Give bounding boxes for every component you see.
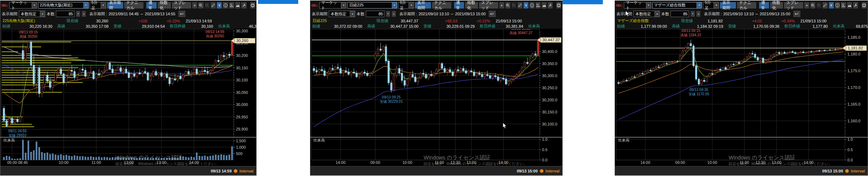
chevron-down-icon: ▾ [40,11,45,17]
pencil-icon[interactable] [517,2,522,9]
timeframe-dropdown[interactable]: 5分足 ▾ [703,2,719,9]
svg-text:10:00: 10:00 [59,160,69,165]
link-icon[interactable]: 1 [1,3,8,7]
zoom-in-icon[interactable] [810,2,815,9]
market-dropdown[interactable]: マーケット ▾ [9,2,37,9]
reload-icon[interactable]: ↩ [793,11,800,17]
pencil-icon[interactable] [822,2,827,9]
svg-text:09/13 09:35: 09/13 09:35 [689,88,708,92]
prev-close-label: 前日終値 [170,23,190,29]
reload-icon[interactable]: ↩ [178,11,185,17]
prev-close-value: 1,177.80 [805,24,828,28]
print-icon[interactable] [862,2,867,9]
bar-count-input[interactable]: 85 [366,11,384,17]
bar-count-input[interactable]: 85 [670,11,689,17]
svg-text:30,000: 30,000 [236,102,248,107]
svg-text:MY: MY [842,3,845,5]
normal-mode-button[interactable]: 通常 [759,2,769,9]
display-period-button[interactable]: 表示期間 [107,2,123,9]
wrench-icon[interactable] [241,2,246,9]
spread-mode-button[interactable]: スプレッド [479,2,498,9]
period-mode-dropdown[interactable]: 本数指定 ▾ [329,11,355,17]
timeframe-dropdown[interactable]: 5分足 ▾ [90,2,106,9]
period-mode-dropdown[interactable]: 本数指定 ▾ [19,11,45,17]
svg-text:30,300.0: 30,300.0 [542,74,557,78]
bar-count-input[interactable]: 85 [56,11,74,17]
technical-button[interactable]: テクニカル [432,2,451,9]
normal-mode-button[interactable]: 通常 [146,2,157,9]
technical-button[interactable]: テクニカル [737,2,756,9]
my-chart-icon[interactable]: MY [536,2,541,9]
volume-value: 46,304 [234,24,257,28]
my-chart-icon[interactable]: MY [841,2,846,9]
yen-icon[interactable]: ¥ [217,2,222,9]
spread-mode-button[interactable]: スプレッド [172,2,191,9]
zoom-in-icon[interactable] [198,2,203,9]
wrench-icon[interactable] [548,2,553,9]
price-change-percent: +0.34% [762,19,795,23]
period-mode-dropdown[interactable]: 本数指定 ▾ [633,11,660,17]
period-label: 表示期間 [312,11,327,17]
interval-status-icon [234,169,237,173]
instrument-dropdown[interactable]: 日経225 ▾ [347,2,397,9]
crosshair-icon[interactable]: + [804,2,809,9]
link-icon[interactable]: 1 [616,3,622,7]
background-window-strip [563,0,603,4]
zoom-out-icon[interactable] [511,2,516,9]
timeframe-dropdown[interactable]: 5分足 ▾ [398,2,414,9]
market-dropdown-label: マーケット [10,0,31,11]
print-icon[interactable] [250,2,255,9]
low-label: 安値 [728,23,744,29]
interval-status-icon [845,169,849,173]
indexed-mode-button[interactable]: 指数化 [158,2,171,9]
volume-value: 69,875,400 [848,24,868,28]
link-icon[interactable]: 1 [311,3,318,7]
count-up-spinner[interactable]: ▴ [392,11,396,17]
mountain-chart-icon[interactable] [847,2,852,9]
instrument-dropdown[interactable]: 225先物大阪(期近) ▾ [38,2,89,9]
yen-icon[interactable]: ¥ [524,2,528,9]
technical-button[interactable]: テクニカル [124,2,143,9]
mountain-chart-icon[interactable] [542,2,547,9]
spread-mode-button[interactable]: スプレッド [784,2,803,9]
price-change-value: +100 [108,19,147,23]
display-period-button[interactable]: 表示期間 [720,2,736,9]
svg-text:1,165.0: 1,165.0 [847,102,861,106]
svg-text:MY: MY [536,3,539,5]
indexed-mode-button[interactable]: 指数化 [770,2,783,9]
my-chart-icon[interactable]: MY [229,2,234,9]
svg-text:出来高: 出来高 [313,138,325,142]
zoom-out-icon[interactable] [816,2,821,9]
count-up-spinner[interactable]: ▴ [696,11,700,17]
quote-datetime: 21/09/13 15:00 [800,19,826,23]
info-icon[interactable] [223,2,228,9]
interval-status-label: Interval [240,169,253,173]
zoom-out-icon[interactable] [205,2,210,9]
crosshair-icon[interactable]: + [499,2,504,9]
normal-mode-button[interactable]: 通常 [454,2,464,9]
info-icon[interactable] [835,2,840,9]
wrench-icon[interactable] [853,2,858,9]
indexed-mode-button[interactable]: 指数化 [465,2,478,9]
display-period-button[interactable]: 表示期間 [415,2,431,9]
count-up-spinner[interactable]: ▴ [82,11,86,17]
pencil-icon[interactable] [211,2,216,9]
print-icon[interactable] [556,2,561,9]
svg-text:09/13 09:25: 09/13 09:25 [382,95,401,99]
market-dropdown[interactable]: マーケット ▾ [319,2,346,9]
info-icon[interactable] [530,2,535,9]
reload-icon[interactable]: ↩ [489,11,496,17]
prev-close-value: 30,381.84 [500,24,523,28]
chart-window: 14:0009:0010:0011:0012:3013:0014:0030,40… [310,0,563,176]
zoom-in-icon[interactable] [505,2,510,9]
count-down-spinner[interactable]: ▾ [76,11,80,17]
svg-text:1,160.0: 1,160.0 [847,119,861,123]
count-down-spinner[interactable]: ▾ [386,11,390,17]
market-dropdown[interactable]: マーケット ▾ [624,2,651,9]
mountain-chart-icon[interactable] [235,2,240,9]
yen-icon[interactable]: ¥ [829,2,834,9]
current-price-label: 現在値 [681,18,693,23]
crosshair-icon[interactable]: + [192,2,197,9]
instrument-dropdown[interactable]: マザーズ総合指数 ▾ [652,2,702,9]
count-down-spinner[interactable]: ▾ [691,11,695,17]
